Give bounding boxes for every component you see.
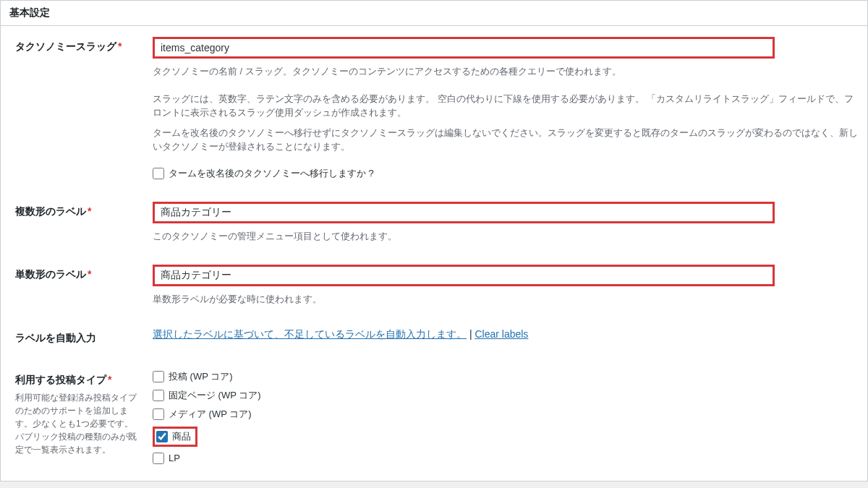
post-type-post-label: 投稿 (WP コア) [169,370,233,383]
plural-label-input[interactable] [153,202,775,223]
post-type-product-checkbox[interactable] [156,431,168,442]
separator: | [467,328,475,340]
post-type-lp-checkbox[interactable] [153,453,164,464]
post-type-post-checkbox[interactable] [153,371,164,382]
auto-populate-labels-link[interactable]: 選択したラベルに基づいて、不足しているラベルを自動入力します。 [153,328,467,340]
post-type-lp-label: LP [169,453,180,463]
post-type-page-label: 固定ページ (WP コア) [169,389,261,402]
singular-label: 単数形のラベル [15,268,86,280]
post-type-media-checkbox[interactable] [153,408,164,420]
section-title: 基本設定 [1,0,867,26]
slug-label-cell: タクソノミースラッグ* [1,26,145,191]
plural-label: 複数形のラベル [15,205,86,217]
singular-desc: 単数形ラベルが必要な時に使われます。 [153,292,860,307]
required-marker: * [88,205,91,217]
post-type-product-label: 商品 [172,430,191,443]
singular-label-cell: 単数形のラベル* [1,254,145,317]
post-types-sublabel: 利用可能な登録済み投稿タイプのためのサポートを追加します。少なくとも1つ必要です… [15,391,138,456]
clear-labels-link[interactable]: Clear labels [475,328,528,340]
migrate-terms-checkbox[interactable] [153,168,164,179]
plural-desc: このタクソノミーの管理メニュー項目として使われます。 [153,229,860,244]
auto-labels-label-cell: ラベルを自動入力 [1,317,145,359]
migrate-terms-label: タームを改名後のタクソノミーへ移行しますか ? [169,167,374,180]
slug-desc-1: タクソノミーの名前 / スラッグ。タクソノミーのコンテンツにアクセスするための各… [153,64,860,79]
slug-label: タクソノミースラッグ [15,40,116,52]
slug-desc-2: スラッグには、英数字、ラテン文字のみを含める必要があります。 空白の代わりに下線… [153,92,860,120]
plural-label-cell: 複数形のラベル* [1,191,145,254]
post-types-label: 利用する投稿タイプ [15,374,106,385]
post-types-label-cell: 利用する投稿タイプ* 利用可能な登録済み投稿タイプのためのサポートを追加します。… [1,359,145,481]
required-marker: * [118,40,122,52]
auto-labels-label: ラベルを自動入力 [15,332,96,343]
singular-label-input[interactable] [153,265,775,286]
post-type-media-label: メディア (WP コア) [169,408,252,421]
taxonomy-slug-input[interactable] [153,37,775,59]
required-marker: * [88,268,91,280]
slug-desc-3: タームを改名後のタクソノミーへ移行せずにタクソノミースラッグは編集しないでくださ… [153,126,860,154]
required-marker: * [108,374,111,385]
post-type-page-checkbox[interactable] [153,390,164,401]
